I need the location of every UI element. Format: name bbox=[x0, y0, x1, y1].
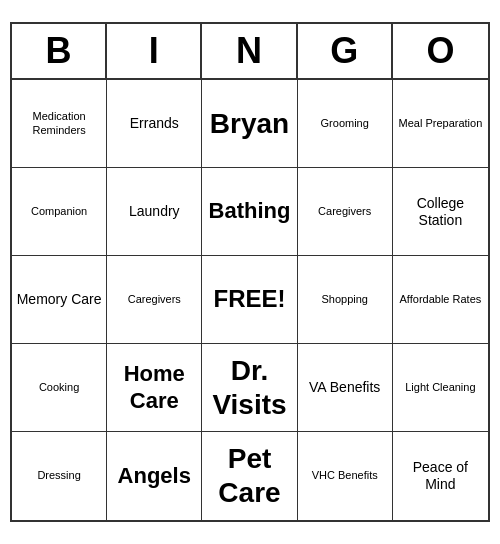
bingo-cell-0: Medication Reminders bbox=[12, 80, 107, 168]
bingo-cell-3: Grooming bbox=[298, 80, 393, 168]
bingo-cell-23: VHC Benefits bbox=[298, 432, 393, 520]
bingo-cell-1: Errands bbox=[107, 80, 202, 168]
header-letter-o: O bbox=[393, 24, 488, 78]
bingo-cell-12: FREE! bbox=[202, 256, 297, 344]
bingo-cell-9: College Station bbox=[393, 168, 488, 256]
bingo-cell-5: Companion bbox=[12, 168, 107, 256]
bingo-cell-10: Memory Care bbox=[12, 256, 107, 344]
bingo-cell-8: Caregivers bbox=[298, 168, 393, 256]
header-letter-i: I bbox=[107, 24, 202, 78]
bingo-cell-16: Home Care bbox=[107, 344, 202, 432]
bingo-cell-13: Shopping bbox=[298, 256, 393, 344]
bingo-cell-21: Angels bbox=[107, 432, 202, 520]
bingo-cell-20: Dressing bbox=[12, 432, 107, 520]
bingo-cell-22: Pet Care bbox=[202, 432, 297, 520]
header-letter-n: N bbox=[202, 24, 297, 78]
bingo-cell-2: Bryan bbox=[202, 80, 297, 168]
bingo-cell-24: Peace of Mind bbox=[393, 432, 488, 520]
header-letter-g: G bbox=[298, 24, 393, 78]
bingo-cell-7: Bathing bbox=[202, 168, 297, 256]
bingo-cell-6: Laundry bbox=[107, 168, 202, 256]
bingo-cell-11: Caregivers bbox=[107, 256, 202, 344]
bingo-cell-19: Light Cleaning bbox=[393, 344, 488, 432]
header-letter-b: B bbox=[12, 24, 107, 78]
bingo-header: BINGO bbox=[12, 24, 488, 80]
bingo-cell-4: Meal Preparation bbox=[393, 80, 488, 168]
bingo-cell-18: VA Benefits bbox=[298, 344, 393, 432]
bingo-cell-17: Dr. Visits bbox=[202, 344, 297, 432]
bingo-cell-15: Cooking bbox=[12, 344, 107, 432]
bingo-cell-14: Affordable Rates bbox=[393, 256, 488, 344]
bingo-grid: Medication RemindersErrandsBryanGrooming… bbox=[12, 80, 488, 520]
bingo-card: BINGO Medication RemindersErrandsBryanGr… bbox=[10, 22, 490, 522]
